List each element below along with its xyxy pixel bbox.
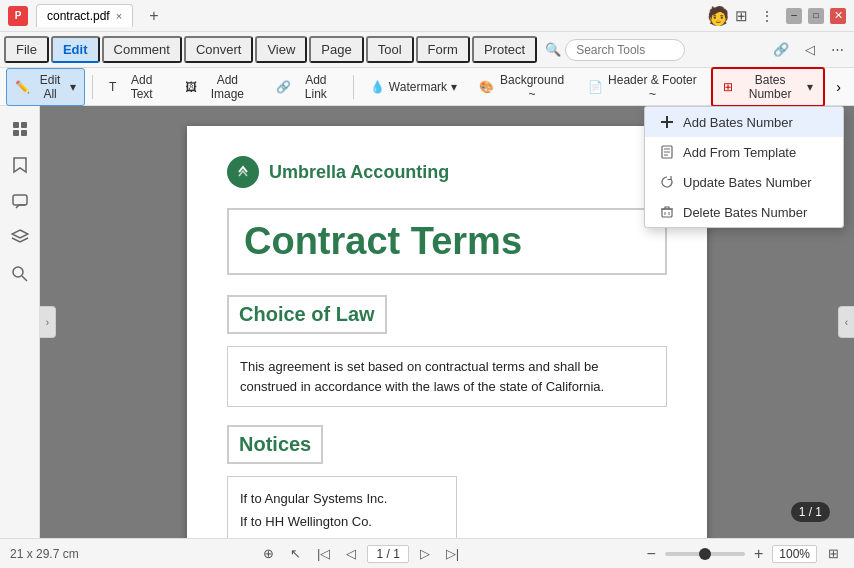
- pdf-logo-icon: [227, 156, 259, 188]
- menu-view[interactable]: View: [255, 36, 307, 63]
- page-dimensions: 21 x 29.7 cm: [10, 547, 79, 561]
- add-image-btn[interactable]: 🖼 Add Image: [176, 68, 263, 106]
- zoom-slider[interactable]: [665, 552, 745, 556]
- bates-number-btn[interactable]: ⊞ Bates Number ▾: [711, 67, 825, 107]
- background-btn[interactable]: 🎨 Background ~: [470, 68, 575, 106]
- dropdown-add-bates[interactable]: Add Bates Number: [645, 107, 843, 137]
- add-image-icon: 🖼: [185, 80, 197, 94]
- more-menu-btn[interactable]: ⋯: [825, 39, 850, 60]
- menu-convert[interactable]: Convert: [184, 36, 254, 63]
- current-page-display[interactable]: 1 / 1: [367, 545, 408, 563]
- active-tab[interactable]: contract.pdf ×: [36, 4, 133, 27]
- new-tab-btn[interactable]: +: [141, 3, 166, 29]
- watermark-chevron: ▾: [451, 80, 457, 94]
- svg-point-5: [13, 267, 23, 277]
- update-bates-icon: [659, 174, 675, 190]
- menu-dots-icon[interactable]: ⋮: [760, 8, 774, 24]
- svg-rect-14: [662, 209, 672, 217]
- update-bates-label: Update Bates Number: [683, 175, 812, 190]
- close-window-btn[interactable]: ✕: [830, 8, 846, 24]
- svg-rect-4: [13, 195, 27, 205]
- add-image-label: Add Image: [201, 73, 254, 101]
- svg-rect-0: [13, 122, 19, 128]
- edit-all-label: Edit All: [34, 73, 66, 101]
- pdf-section1-heading: Choice of Law: [227, 295, 387, 334]
- maximize-btn[interactable]: □: [808, 8, 824, 24]
- last-page-btn[interactable]: ▷|: [441, 544, 464, 563]
- page-navigation: ⊕ ↖ |◁ ◁ 1 / 1 ▷ ▷|: [258, 544, 464, 563]
- back-btn[interactable]: ◁: [799, 39, 821, 60]
- zoom-in-btn[interactable]: +: [751, 545, 766, 563]
- pdf-section2-body: If to Angular Systems Inc.If to HH Welli…: [227, 476, 457, 538]
- watermark-icon: 💧: [370, 80, 385, 94]
- menu-tool[interactable]: Tool: [366, 36, 414, 63]
- left-sidebar: [0, 106, 40, 538]
- search-tools-area: 🔍: [545, 39, 685, 61]
- dropdown-add-template[interactable]: Add From Template: [645, 137, 843, 167]
- bates-dropdown-menu: Add Bates Number Add From Template Updat…: [644, 106, 844, 228]
- menu-file[interactable]: File: [4, 36, 49, 63]
- zoom-level-display[interactable]: 100%: [772, 545, 817, 563]
- delete-bates-icon: [659, 204, 675, 220]
- svg-line-6: [22, 276, 27, 281]
- background-icon: 🎨: [479, 80, 494, 94]
- pdf-section1-body: This agreement is set based on contractu…: [227, 346, 667, 407]
- share-btn[interactable]: 🔗: [767, 39, 795, 60]
- toolbar-sep-1: [92, 75, 93, 99]
- sidebar-pages-icon[interactable]: [5, 114, 35, 144]
- add-bates-label: Add Bates Number: [683, 115, 793, 130]
- add-text-btn[interactable]: T Add Text: [100, 68, 172, 106]
- pdf-area[interactable]: Umbrella Accounting Contract Terms Choic…: [40, 106, 854, 538]
- tab-close-btn[interactable]: ×: [116, 10, 122, 22]
- fit-window-btn[interactable]: ⊞: [823, 544, 844, 563]
- pdf-section2-heading: Notices: [227, 425, 323, 464]
- zoom-out-btn[interactable]: −: [644, 545, 659, 563]
- sidebar-comments-icon[interactable]: [5, 186, 35, 216]
- watermark-btn[interactable]: 💧 Watermark ▾: [361, 75, 466, 99]
- zoom-thumb: [699, 548, 711, 560]
- user-avatar-icon[interactable]: 🧑: [707, 5, 729, 27]
- svg-rect-9: [661, 121, 673, 123]
- cursor-tool-btn[interactable]: ⊕: [258, 544, 279, 563]
- left-sidebar-toggle[interactable]: ›: [40, 306, 56, 338]
- menu-form[interactable]: Form: [416, 36, 470, 63]
- tab-label: contract.pdf: [47, 9, 110, 23]
- bates-dropdown-overlay: Add Bates Number Add From Template Updat…: [644, 106, 854, 228]
- add-text-label: Add Text: [120, 73, 162, 101]
- right-sidebar-toggle[interactable]: ‹: [838, 306, 854, 338]
- page-indicator: 1 / 1: [791, 502, 830, 522]
- select-tool-btn[interactable]: ↖: [285, 544, 306, 563]
- title-bar-right: 🧑 ⊞ ⋮ ─ □ ✕: [707, 5, 846, 27]
- delete-bates-label: Delete Bates Number: [683, 205, 807, 220]
- app-icon: P: [8, 6, 28, 26]
- layout-icon[interactable]: ⊞: [735, 7, 748, 25]
- sidebar-bookmarks-icon[interactable]: [5, 150, 35, 180]
- dropdown-update-bates[interactable]: Update Bates Number: [645, 167, 843, 197]
- edit-all-chevron: ▾: [70, 80, 76, 94]
- add-template-label: Add From Template: [683, 145, 796, 160]
- dropdown-delete-bates[interactable]: Delete Bates Number: [645, 197, 843, 227]
- minimize-btn[interactable]: ─: [786, 8, 802, 24]
- search-tools-input[interactable]: [565, 39, 685, 61]
- menu-page[interactable]: Page: [309, 36, 363, 63]
- edit-all-btn[interactable]: ✏️ Edit All ▾: [6, 68, 85, 106]
- pdf-contract-title: Contract Terms: [227, 208, 667, 275]
- next-page-btn[interactable]: ▷: [415, 544, 435, 563]
- menu-edit[interactable]: Edit: [51, 36, 100, 63]
- menu-comment[interactable]: Comment: [102, 36, 182, 63]
- search-tools-icon: 🔍: [545, 42, 561, 57]
- sidebar-layers-icon[interactable]: [5, 222, 35, 252]
- prev-page-btn[interactable]: ◁: [341, 544, 361, 563]
- watermark-label: Watermark: [389, 80, 447, 94]
- menu-protect[interactable]: Protect: [472, 36, 537, 63]
- first-page-btn[interactable]: |◁: [312, 544, 335, 563]
- header-footer-btn[interactable]: 📄 Header & Footer ~: [579, 68, 707, 106]
- title-bar: P contract.pdf × + 🧑 ⊞ ⋮ ─ □ ✕: [0, 0, 854, 32]
- edit-icon: ✏️: [15, 80, 30, 94]
- svg-rect-1: [21, 122, 27, 128]
- toolbar-more-btn[interactable]: ›: [829, 74, 848, 100]
- sidebar-search-icon[interactable]: [5, 258, 35, 288]
- add-link-btn[interactable]: 🔗 Add Link: [267, 68, 346, 106]
- add-bates-icon: [659, 114, 675, 130]
- toolbar: ✏️ Edit All ▾ T Add Text 🖼 Add Image 🔗 A…: [0, 68, 854, 106]
